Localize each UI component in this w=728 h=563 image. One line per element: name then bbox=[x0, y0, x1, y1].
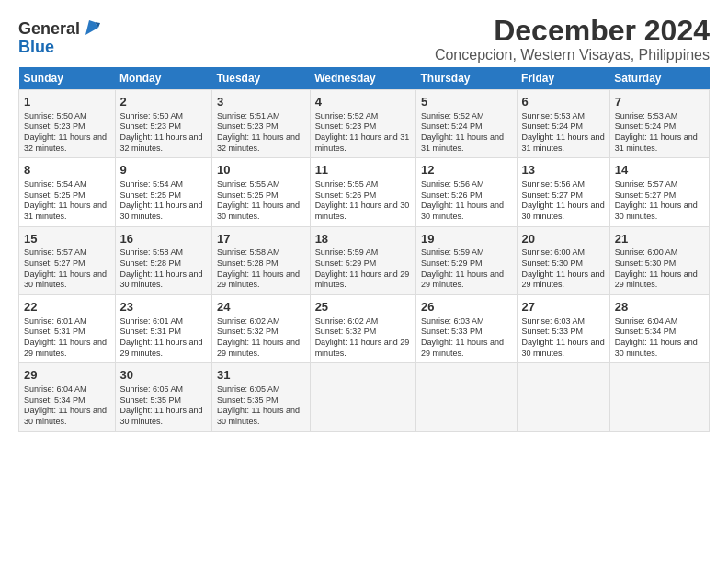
calendar-cell: 3Sunrise: 5:51 AMSunset: 5:23 PMDaylight… bbox=[212, 90, 311, 158]
day-number: 4 bbox=[315, 94, 411, 110]
day-number: 6 bbox=[522, 94, 605, 110]
sunset-text: Sunset: 5:24 PM bbox=[522, 121, 605, 132]
sunset-text: Sunset: 5:29 PM bbox=[421, 259, 512, 270]
daylight-text: Daylight: 11 hours and 29 minutes. bbox=[315, 338, 411, 359]
calendar-cell bbox=[416, 363, 518, 431]
week-row-5: 29Sunrise: 6:04 AMSunset: 5:34 PMDayligh… bbox=[19, 363, 710, 431]
logo: General Blue bbox=[18, 18, 102, 56]
calendar-cell: 2Sunrise: 5:50 AMSunset: 5:23 PMDaylight… bbox=[115, 90, 211, 158]
daylight-text: Daylight: 11 hours and 30 minutes. bbox=[522, 338, 605, 359]
sunrise-text: Sunrise: 6:03 AM bbox=[522, 316, 605, 327]
calendar-cell: 27Sunrise: 6:03 AMSunset: 5:33 PMDayligh… bbox=[517, 295, 609, 363]
sunset-text: Sunset: 5:23 PM bbox=[120, 121, 207, 132]
daylight-text: Daylight: 11 hours and 30 minutes. bbox=[522, 201, 605, 222]
day-number: 24 bbox=[217, 299, 305, 316]
daylight-text: Daylight: 11 hours and 30 minutes. bbox=[615, 201, 704, 222]
sunrise-text: Sunrise: 5:56 AM bbox=[421, 179, 512, 190]
daylight-text: Daylight: 11 hours and 32 minutes. bbox=[217, 132, 305, 154]
sunset-text: Sunset: 5:26 PM bbox=[421, 190, 512, 201]
calendar-cell: 15Sunrise: 5:57 AMSunset: 5:27 PMDayligh… bbox=[19, 226, 116, 294]
calendar-cell: 8Sunrise: 5:54 AMSunset: 5:25 PMDaylight… bbox=[19, 158, 116, 226]
sunset-text: Sunset: 5:31 PM bbox=[24, 327, 110, 338]
daylight-text: Daylight: 11 hours and 31 minutes. bbox=[421, 132, 512, 154]
day-number: 14 bbox=[615, 162, 704, 178]
sunrise-text: Sunrise: 6:00 AM bbox=[615, 247, 704, 259]
sunset-text: Sunset: 5:35 PM bbox=[120, 396, 207, 407]
sunrise-text: Sunrise: 5:59 AM bbox=[315, 247, 411, 259]
header-day-sunday: Sunday bbox=[19, 67, 116, 90]
sunrise-text: Sunrise: 6:04 AM bbox=[24, 385, 110, 396]
calendar-cell bbox=[609, 363, 709, 431]
sunrise-text: Sunrise: 6:03 AM bbox=[421, 316, 512, 327]
day-number: 1 bbox=[24, 94, 110, 110]
day-number: 17 bbox=[217, 231, 305, 247]
day-number: 13 bbox=[522, 162, 605, 178]
day-number: 7 bbox=[615, 94, 704, 110]
title-area: December 2024 Concepcion, Western Visaya… bbox=[435, 15, 710, 63]
daylight-text: Daylight: 11 hours and 30 minutes. bbox=[120, 270, 207, 291]
header-day-monday: Monday bbox=[115, 67, 211, 90]
calendar-cell: 10Sunrise: 5:55 AMSunset: 5:25 PMDayligh… bbox=[212, 158, 311, 226]
sunrise-text: Sunrise: 6:02 AM bbox=[315, 316, 411, 327]
calendar-cell: 18Sunrise: 5:59 AMSunset: 5:29 PMDayligh… bbox=[310, 226, 415, 294]
sunset-text: Sunset: 5:23 PM bbox=[315, 121, 411, 132]
daylight-text: Daylight: 11 hours and 30 minutes. bbox=[120, 201, 207, 222]
sunset-text: Sunset: 5:32 PM bbox=[217, 327, 305, 338]
sunset-text: Sunset: 5:28 PM bbox=[120, 259, 207, 270]
header-row: SundayMondayTuesdayWednesdayThursdayFrid… bbox=[19, 67, 710, 90]
week-row-3: 15Sunrise: 5:57 AMSunset: 5:27 PMDayligh… bbox=[19, 226, 710, 294]
calendar-cell bbox=[517, 363, 609, 431]
day-number: 10 bbox=[217, 162, 305, 178]
sunrise-text: Sunrise: 5:55 AM bbox=[217, 179, 305, 190]
sunrise-text: Sunrise: 5:59 AM bbox=[421, 247, 512, 259]
calendar-cell: 31Sunrise: 6:05 AMSunset: 5:35 PMDayligh… bbox=[212, 363, 311, 431]
sunset-text: Sunset: 5:23 PM bbox=[217, 121, 305, 132]
daylight-text: Daylight: 11 hours and 29 minutes. bbox=[24, 338, 110, 359]
calendar-cell: 30Sunrise: 6:05 AMSunset: 5:35 PMDayligh… bbox=[115, 363, 211, 431]
day-number: 2 bbox=[120, 94, 207, 110]
sunrise-text: Sunrise: 5:54 AM bbox=[24, 179, 110, 190]
calendar-cell: 28Sunrise: 6:04 AMSunset: 5:34 PMDayligh… bbox=[609, 295, 709, 363]
page: General Blue December 2024 Concepcion, W… bbox=[0, 0, 728, 442]
sunrise-text: Sunrise: 5:53 AM bbox=[522, 111, 605, 122]
day-number: 11 bbox=[315, 162, 411, 178]
sunset-text: Sunset: 5:30 PM bbox=[522, 259, 605, 270]
logo-blue: Blue bbox=[18, 38, 54, 56]
calendar-cell: 19Sunrise: 5:59 AMSunset: 5:29 PMDayligh… bbox=[416, 226, 518, 294]
day-number: 8 bbox=[24, 162, 110, 178]
sunset-text: Sunset: 5:34 PM bbox=[24, 396, 110, 407]
calendar-cell: 14Sunrise: 5:57 AMSunset: 5:27 PMDayligh… bbox=[609, 158, 709, 226]
day-number: 9 bbox=[120, 162, 207, 178]
sunset-text: Sunset: 5:33 PM bbox=[421, 327, 512, 338]
calendar-cell: 23Sunrise: 6:01 AMSunset: 5:31 PMDayligh… bbox=[115, 295, 211, 363]
sunrise-text: Sunrise: 5:52 AM bbox=[421, 111, 512, 122]
sunrise-text: Sunrise: 6:01 AM bbox=[120, 316, 207, 327]
sunset-text: Sunset: 5:34 PM bbox=[615, 327, 704, 338]
daylight-text: Daylight: 11 hours and 31 minutes. bbox=[615, 132, 704, 154]
main-title: December 2024 bbox=[435, 15, 710, 47]
sunset-text: Sunset: 5:27 PM bbox=[615, 190, 704, 201]
day-number: 3 bbox=[217, 94, 305, 110]
sunrise-text: Sunrise: 5:55 AM bbox=[315, 179, 411, 190]
calendar-cell: 9Sunrise: 5:54 AMSunset: 5:25 PMDaylight… bbox=[115, 158, 211, 226]
sunset-text: Sunset: 5:30 PM bbox=[615, 259, 704, 270]
daylight-text: Daylight: 11 hours and 30 minutes. bbox=[24, 270, 110, 291]
daylight-text: Daylight: 11 hours and 30 minutes. bbox=[315, 201, 411, 222]
week-row-2: 8Sunrise: 5:54 AMSunset: 5:25 PMDaylight… bbox=[19, 158, 710, 226]
calendar-cell: 21Sunrise: 6:00 AMSunset: 5:30 PMDayligh… bbox=[609, 226, 709, 294]
calendar-cell: 17Sunrise: 5:58 AMSunset: 5:28 PMDayligh… bbox=[212, 226, 311, 294]
daylight-text: Daylight: 11 hours and 32 minutes. bbox=[24, 132, 110, 154]
subtitle: Concepcion, Western Visayas, Philippines bbox=[435, 47, 710, 63]
day-number: 29 bbox=[24, 367, 110, 384]
sunset-text: Sunset: 5:31 PM bbox=[120, 327, 207, 338]
sunrise-text: Sunrise: 6:00 AM bbox=[522, 247, 605, 259]
day-number: 30 bbox=[120, 367, 207, 384]
calendar-cell: 25Sunrise: 6:02 AMSunset: 5:32 PMDayligh… bbox=[310, 295, 415, 363]
sunrise-text: Sunrise: 5:56 AM bbox=[522, 179, 605, 190]
sunset-text: Sunset: 5:24 PM bbox=[615, 121, 704, 132]
day-number: 27 bbox=[522, 299, 605, 316]
daylight-text: Daylight: 11 hours and 30 minutes. bbox=[24, 406, 110, 427]
day-number: 21 bbox=[615, 231, 704, 247]
sunrise-text: Sunrise: 5:57 AM bbox=[24, 247, 110, 259]
sunset-text: Sunset: 5:25 PM bbox=[120, 190, 207, 201]
